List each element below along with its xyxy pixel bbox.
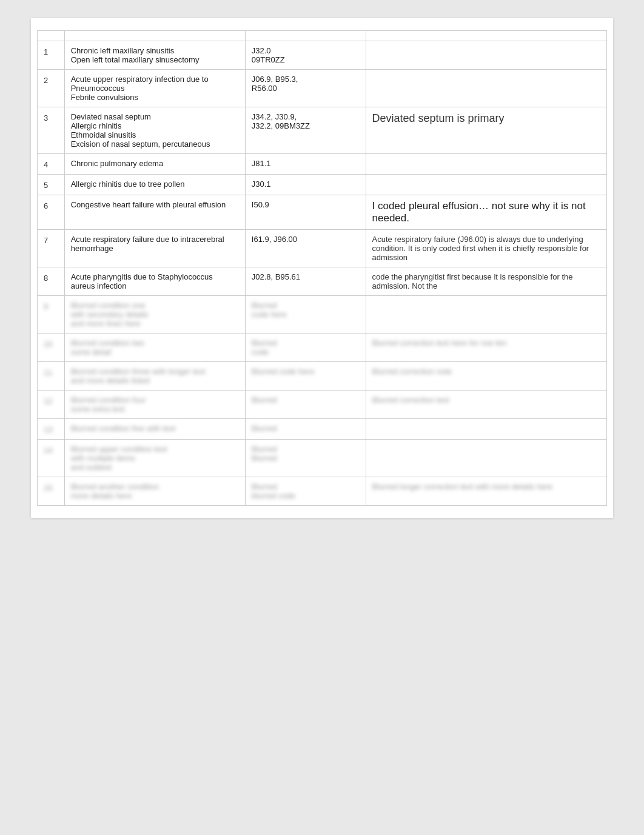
table-row: 5Allergic rhinitis due to tree pollenJ30…: [38, 175, 607, 195]
row-description: Blurred condition foursome extra text: [64, 391, 245, 419]
row-correction: [366, 419, 606, 440]
row-number: 14: [38, 440, 65, 477]
table-row: 1Chronic left maxillary sinusitisOpen le…: [38, 41, 607, 70]
row-answer: J32.009TR0ZZ: [245, 41, 366, 70]
row-correction: Blurred correction text: [366, 391, 606, 419]
row-correction: Blurred correction text here for row ten: [366, 334, 606, 362]
table-row: 4Chronic pulmonary edemaJ81.1: [38, 154, 607, 175]
row-correction: [366, 296, 606, 334]
row-correction: Blurred correction note: [366, 362, 606, 391]
header-title: [64, 31, 245, 41]
row-number: 13: [38, 419, 65, 440]
row-answer: Blurredcode here: [245, 296, 366, 334]
table-row-blurred: 15Blurred another conditionmore details …: [38, 477, 607, 506]
table-row-blurred: 14Blurred upper condition textwith multi…: [38, 440, 607, 477]
row-correction: Deviated septum is primary: [366, 107, 606, 154]
table-row-blurred: 12Blurred condition foursome extra textB…: [38, 391, 607, 419]
row-answer: I50.9: [245, 195, 366, 230]
row-answer: J34.2, J30.9,J32.2, 09BM3ZZ: [245, 107, 366, 154]
row-description: Congestive heart failure with pleural ef…: [64, 195, 245, 230]
row-correction: Blurred longer correction text with more…: [366, 477, 606, 506]
row-answer: I61.9, J96.00: [245, 230, 366, 267]
row-answer: BlurredBlurred: [245, 440, 366, 477]
row-number: 6: [38, 195, 65, 230]
row-correction: code the pharyngitist first because it i…: [366, 267, 606, 296]
row-answer: J30.1: [245, 175, 366, 195]
row-description: Blurred condition five with text: [64, 419, 245, 440]
row-description: Blurred condition three with longer text…: [64, 362, 245, 391]
row-answer: Blurred: [245, 391, 366, 419]
row-number: 9: [38, 296, 65, 334]
row-correction: Acute respiratory failure (J96.00) is al…: [366, 230, 606, 267]
row-description: Acute upper respiratory infection due to…: [64, 70, 245, 107]
row-number: 8: [38, 267, 65, 296]
row-correction: [366, 440, 606, 477]
table-row: 8Acute pharyngitis due to Staphylococcus…: [38, 267, 607, 296]
row-answer: Blurredcode: [245, 334, 366, 362]
header-answer-key: [245, 31, 366, 41]
header-num: [38, 31, 65, 41]
row-correction: [366, 41, 606, 70]
row-correction: [366, 70, 606, 107]
row-answer: J81.1: [245, 154, 366, 175]
row-description: Allergic rhinitis due to tree pollen: [64, 175, 245, 195]
row-answer: Blurredblurred code: [245, 477, 366, 506]
table-row-blurred: 10Blurred condition twosome detailBlurre…: [38, 334, 607, 362]
row-number: 1: [38, 41, 65, 70]
row-number: 15: [38, 477, 65, 506]
row-description: Chronic pulmonary edema: [64, 154, 245, 175]
row-correction: [366, 154, 606, 175]
row-answer: Blurred code here: [245, 362, 366, 391]
row-number: 7: [38, 230, 65, 267]
row-number: 3: [38, 107, 65, 154]
row-number: 5: [38, 175, 65, 195]
row-description: Acute respiratory failure due to intrace…: [64, 230, 245, 267]
row-description: Blurred condition onewith secondary deta…: [64, 296, 245, 334]
row-answer: J02.8, B95.61: [245, 267, 366, 296]
row-correction: [366, 175, 606, 195]
table-row: 3Deviated nasal septumAllergic rhinitisE…: [38, 107, 607, 154]
row-description: Deviated nasal septumAllergic rhinitisEt…: [64, 107, 245, 154]
table-row: 2Acute upper respiratory infection due t…: [38, 70, 607, 107]
row-answer: Blurred: [245, 419, 366, 440]
row-correction: I coded pleural effusion… not sure why i…: [366, 195, 606, 230]
table-row-blurred: 11Blurred condition three with longer te…: [38, 362, 607, 391]
row-answer: J06.9, B95.3,R56.00: [245, 70, 366, 107]
table-row-blurred: 13Blurred condition five with textBlurre…: [38, 419, 607, 440]
table-row-blurred: 9Blurred condition onewith secondary det…: [38, 296, 607, 334]
row-number: 12: [38, 391, 65, 419]
row-number: 10: [38, 334, 65, 362]
row-number: 4: [38, 154, 65, 175]
row-description: Blurred condition twosome detail: [64, 334, 245, 362]
row-number: 11: [38, 362, 65, 391]
table-row: 6Congestive heart failure with pleural e…: [38, 195, 607, 230]
row-description: Acute pharyngitis due to Staphylococcus …: [64, 267, 245, 296]
page-container: 1Chronic left maxillary sinusitisOpen le…: [31, 18, 613, 518]
row-description: Blurred upper condition textwith multipl…: [64, 440, 245, 477]
row-number: 2: [38, 70, 65, 107]
row-description: Blurred another conditionmore details he…: [64, 477, 245, 506]
header-correction: [366, 31, 606, 41]
table-row: 7Acute respiratory failure due to intrac…: [38, 230, 607, 267]
row-description: Chronic left maxillary sinusitisOpen lef…: [64, 41, 245, 70]
exercise-table: 1Chronic left maxillary sinusitisOpen le…: [37, 30, 607, 506]
